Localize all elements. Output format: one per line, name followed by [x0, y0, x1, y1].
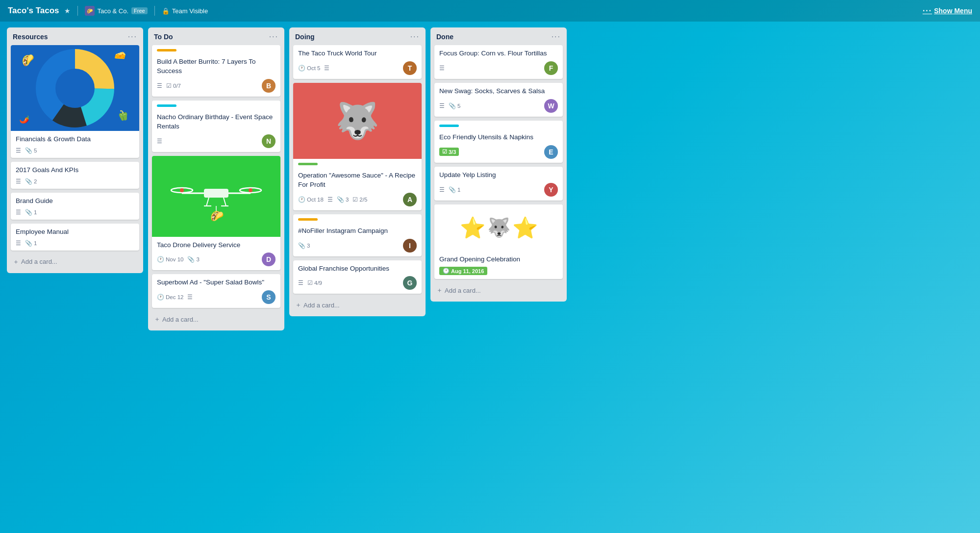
- card-attach-goals: 📎 2: [25, 178, 37, 185]
- card-financials[interactable]: 🌮 🧀 🌶️ 🫑 Financials & Growth Data ☰ 📎 5: [11, 45, 139, 158]
- card-swag-body: New Swag: Socks, Scarves & Salsa ☰ 📎 5 W: [434, 83, 563, 117]
- card-desc-icon-superbowl: ☰: [187, 294, 193, 301]
- card-swag-meta: ☰ 📎 5 W: [439, 99, 558, 113]
- free-badge: Free: [131, 7, 148, 14]
- card-desc-icon-nacho: ☰: [157, 138, 162, 145]
- add-card-todo[interactable]: ＋ Add a card...: [152, 312, 280, 327]
- card-yelp-meta: ☰ 📎 1 Y: [439, 183, 558, 197]
- card-burrito-title: Build A Better Burrito: 7 Layers To Succ…: [157, 57, 276, 76]
- card-employee-meta-left: ☰ 📎 1: [16, 240, 37, 247]
- card-burrito-meta: ☰ ☑ 0/7 B: [157, 79, 276, 93]
- workspace-label: Taco & Co.: [98, 7, 129, 15]
- card-desc-icon-sauce: ☰: [327, 196, 333, 203]
- card-attach-drone: 📎 3: [187, 256, 199, 263]
- avatar-burrito: B: [262, 79, 276, 93]
- workspace-badge[interactable]: 🌮 Taco & Co. Free: [85, 6, 148, 16]
- card-attach: 📎 5: [25, 147, 37, 154]
- card-focus-group-body: Focus Group: Corn vs. Flour Tortillas ☰ …: [434, 45, 563, 79]
- plus-icon-resources: ＋: [13, 257, 19, 266]
- card-awesome-sauce-cover: 🐺: [293, 83, 422, 159]
- column-done: Done ··· Focus Group: Corn vs. Flour Tor…: [430, 27, 567, 302]
- card-desc-icon-tour: ☰: [324, 65, 329, 72]
- show-menu-button[interactable]: ··· Show Menu: [923, 6, 972, 15]
- card-awesome-sauce-meta-left: 🕐 Oct 18 ☰ 📎 3 ☑ 2/5: [298, 196, 367, 203]
- app-header: Taco's Tacos ★ 🌮 Taco & Co. Free 🔒 Team …: [0, 0, 980, 22]
- plus-icon-done: ＋: [436, 286, 443, 295]
- card-burrito[interactable]: Build A Better Burrito: 7 Layers To Succ…: [152, 45, 280, 97]
- card-taco-tour[interactable]: The Taco Truck World Tour 🕐 Oct 5 ☰ T: [293, 45, 422, 79]
- card-focus-group[interactable]: Focus Group: Corn vs. Flour Tortillas ☰ …: [434, 45, 563, 79]
- star-icon[interactable]: ★: [64, 7, 71, 15]
- card-goals-body: 2017 Goals And KPIs ☰ 📎 2: [11, 162, 139, 189]
- card-attach-sauce: 📎 3: [337, 196, 349, 203]
- header-divider: [77, 6, 78, 16]
- workspace-icon: 🌮: [85, 6, 95, 16]
- card-desc-icon-goals: ☰: [16, 178, 21, 185]
- visibility-button[interactable]: 🔒 Team Visible: [162, 7, 208, 15]
- card-franchise-title: Global Franchise Opportunities: [298, 264, 417, 274]
- card-superbowl-title: Superbowl Ad - "Super Salad Bowls": [157, 278, 276, 287]
- card-desc-icon-yelp: ☰: [439, 186, 445, 193]
- card-financials-title: Financials & Growth Data: [16, 135, 134, 144]
- card-desc-icon-franchise: ☰: [298, 279, 303, 286]
- card-brand-meta: ☰ 📎 1: [16, 209, 134, 216]
- card-financials-cover: 🌮 🧀 🌶️ 🫑: [11, 45, 139, 131]
- header-right: ··· Show Menu: [923, 6, 972, 15]
- column-resources-menu-button[interactable]: ···: [128, 32, 137, 41]
- card-brand-title: Brand Guide: [16, 197, 134, 206]
- avatar-instagram: I: [403, 239, 417, 253]
- add-card-doing[interactable]: ＋ Add a card...: [293, 298, 422, 312]
- avatar-franchise: G: [403, 276, 417, 290]
- card-yelp-title: Update Yelp Listing: [439, 171, 558, 180]
- card-taco-tour-meta: 🕐 Oct 5 ☰ T: [298, 61, 417, 75]
- svg-rect-5: [204, 189, 228, 198]
- column-resources: Resources ··· 🌮 �: [7, 27, 143, 273]
- card-superbowl[interactable]: Superbowl Ad - "Super Salad Bowls" 🕐 Dec…: [152, 274, 280, 308]
- donut-chart: [33, 47, 117, 130]
- card-eco[interactable]: Eco Friendly Utensils & Napkins ☑ 3/3 E: [434, 121, 563, 163]
- card-drone[interactable]: 🌮 Taco Drone Delivery Service 🕐 Nov 10 📎…: [152, 156, 280, 271]
- card-goals[interactable]: 2017 Goals And KPIs ☰ 📎 2: [11, 162, 139, 189]
- card-goals-meta-left: ☰ 📎 2: [16, 178, 37, 185]
- card-superbowl-body: Superbowl Ad - "Super Salad Bowls" 🕐 Dec…: [152, 274, 280, 308]
- column-doing-menu-button[interactable]: ···: [410, 32, 420, 41]
- card-drone-meta: 🕐 Nov 10 📎 3 D: [157, 253, 276, 266]
- card-taco-tour-title: The Taco Truck World Tour: [298, 49, 417, 58]
- card-grand-opening[interactable]: ⭐ 🐺 ⭐ Grand Opening Celebration 🕐 Aug 11…: [434, 204, 563, 279]
- add-card-done[interactable]: ＋ Add a card...: [434, 283, 563, 298]
- card-yelp[interactable]: Update Yelp Listing ☰ 📎 1 Y: [434, 167, 563, 201]
- card-eco-title: Eco Friendly Utensils & Napkins: [439, 133, 558, 142]
- header-divider-2: [154, 6, 155, 16]
- card-swag[interactable]: New Swag: Socks, Scarves & Salsa ☰ 📎 5 W: [434, 83, 563, 117]
- card-drone-cover: 🌮: [152, 156, 280, 237]
- card-financials-meta: ☰ 📎 5: [16, 147, 134, 154]
- card-eco-meta: ☑ 3/3 E: [439, 145, 558, 159]
- add-card-resources[interactable]: ＋ Add a card...: [11, 254, 139, 269]
- label-bar-eco: [439, 125, 459, 127]
- label-bar-awesome: [298, 163, 318, 165]
- column-done-title: Done: [436, 33, 453, 41]
- card-superbowl-meta: 🕐 Dec 12 ☰ S: [157, 290, 276, 304]
- card-employee-body: Employee Manual ☰ 📎 1: [11, 224, 139, 251]
- card-nacho[interactable]: Nacho Ordinary Birthday - Event Space Re…: [152, 101, 280, 152]
- card-brand-body: Brand Guide ☰ 📎 1: [11, 193, 139, 220]
- card-nacho-title: Nacho Ordinary Birthday - Event Space Re…: [157, 113, 276, 131]
- board: Resources ··· 🌮 �: [0, 22, 980, 336]
- column-done-menu-button[interactable]: ···: [552, 32, 561, 41]
- card-checklist-sauce: ☑ 2/5: [352, 196, 367, 203]
- card-drone-title: Taco Drone Delivery Service: [157, 241, 276, 250]
- card-eco-meta-left: ☑ 3/3: [439, 148, 459, 156]
- card-burrito-body: Build A Better Burrito: 7 Layers To Succ…: [152, 53, 280, 97]
- card-focus-group-meta-left: ☰: [439, 65, 445, 72]
- card-instagram[interactable]: #NoFiller Instagram Campaign 📎 3 I: [293, 214, 422, 256]
- card-employee[interactable]: Employee Manual ☰ 📎 1: [11, 224, 139, 251]
- card-awesome-sauce[interactable]: 🐺 Operation "Awesome Sauce" - A Recipe F…: [293, 83, 422, 210]
- card-franchise-meta-left: ☰ ☑ 4/9: [298, 279, 322, 286]
- card-brand[interactable]: Brand Guide ☰ 📎 1: [11, 193, 139, 220]
- column-done-header: Done ···: [434, 32, 563, 45]
- column-todo-menu-button[interactable]: ···: [269, 32, 278, 41]
- card-yelp-meta-left: ☰ 📎 1: [439, 186, 460, 193]
- card-desc-icon-focus: ☰: [439, 65, 445, 72]
- card-franchise[interactable]: Global Franchise Opportunities ☰ ☑ 4/9 G: [293, 260, 422, 294]
- card-instagram-meta: 📎 3 I: [298, 239, 417, 253]
